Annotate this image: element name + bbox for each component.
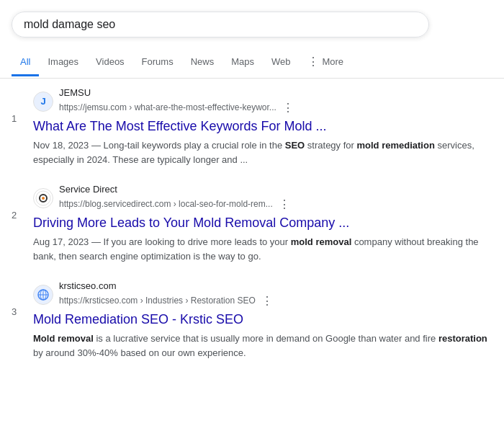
favicon-letter-1: J	[40, 96, 45, 107]
result-menu-1[interactable]: ⋮	[279, 99, 297, 116]
result-number-1: 1	[12, 113, 23, 124]
result-bold-mold-removal-2: mold removal	[291, 236, 352, 247]
servicedirect-favicon-svg	[35, 190, 51, 206]
favicon-3	[33, 285, 53, 305]
result-content-1: J JEMSU https://jemsu.com › what-are-the…	[33, 87, 492, 166]
result-snippet-separator-2: — If you are looking to drive more leads…	[91, 236, 291, 247]
result-snippet-1: Nov 18, 2023 — Long-tail keywords play a…	[33, 138, 492, 166]
result-content-3: krsticseo.com https://krsticseo.com › In…	[33, 280, 492, 360]
tab-maps[interactable]: Maps	[222, 49, 263, 76]
site-name-2: Service Direct	[59, 184, 293, 196]
tab-web[interactable]: Web	[263, 49, 300, 76]
result-title-3[interactable]: Mold Remediation SEO - Krstic SEO	[33, 311, 492, 329]
tab-forums[interactable]: Forums	[133, 49, 182, 76]
tab-news[interactable]: News	[182, 49, 223, 76]
result-date-1: Nov 18, 2023	[33, 140, 89, 151]
result-bold-mold-1: mold remediation	[356, 140, 434, 151]
site-name-url-3: krsticseo.com https://krsticseo.com › In…	[59, 280, 276, 309]
result-item-2: 2 Service Direct https://blog.servicedir…	[12, 184, 492, 263]
result-title-2[interactable]: Driving More Leads to Your Mold Removal …	[33, 214, 492, 232]
result-content-2: Service Direct https://blog.servicedirec…	[33, 184, 492, 263]
result-site-info-2: Service Direct https://blog.servicedirec…	[33, 184, 492, 213]
search-bar: mold damage seo	[12, 12, 429, 37]
favicon-2	[33, 188, 53, 208]
result-number-3: 3	[12, 306, 23, 317]
result-site-info-1: J JEMSU https://jemsu.com › what-are-the…	[33, 87, 492, 116]
result-snippet-3: Mold removal is a lucrative service that…	[33, 332, 492, 360]
krstic-favicon-svg	[35, 287, 51, 303]
result-bold-seo-1: SEO	[285, 140, 305, 151]
nav-tabs: All Images Videos Forums News Maps Web ⋮…	[0, 43, 504, 79]
tab-more[interactable]: ⋮ More	[299, 48, 352, 78]
url-row-2: https://blog.servicedirect.com › local-s…	[59, 196, 293, 213]
result-item-1: 1 J JEMSU https://jemsu.com › what-are-t…	[12, 87, 492, 166]
tab-all[interactable]: All	[12, 49, 39, 76]
tab-images[interactable]: Images	[39, 49, 87, 76]
result-item-3: 3 krsticseo.com https://krsticseo.com › …	[12, 280, 492, 360]
tab-more-label: More	[322, 56, 343, 67]
url-row-1: https://jemsu.com › what-are-the-most-ef…	[59, 99, 297, 116]
site-name-1: JEMSU	[59, 87, 297, 99]
favicon-1: J	[33, 92, 53, 112]
site-url-2: https://blog.servicedirect.com › local-s…	[59, 199, 273, 210]
svg-point-2	[42, 197, 45, 200]
result-snippet-separator-1: — Long-tail keywords play a crucial role…	[91, 140, 285, 151]
result-date-2: Aug 17, 2023	[33, 236, 89, 247]
search-bar-container: mold damage seo	[0, 0, 504, 37]
results-container: 1 J JEMSU https://jemsu.com › what-are-t…	[0, 79, 504, 386]
result-title-1[interactable]: What Are The Most Effective Keywords For…	[33, 117, 492, 135]
url-row-3: https://krsticseo.com › Industries › Res…	[59, 293, 276, 309]
result-bold-restoration-3: restoration	[438, 333, 487, 344]
site-url-1: https://jemsu.com › what-are-the-most-ef…	[59, 102, 276, 114]
site-name-url-2: Service Direct https://blog.servicedirec…	[59, 184, 293, 213]
result-snippet-text-3b: by around 30%-40% based on our own exper…	[33, 347, 246, 358]
result-snippet-text-3a: is a lucrative service that is usually m…	[94, 333, 438, 344]
result-menu-3[interactable]: ⋮	[258, 293, 276, 309]
tab-videos[interactable]: Videos	[87, 49, 133, 76]
site-url-3: https://krsticseo.com › Industries › Res…	[59, 296, 256, 307]
result-site-info-3: krsticseo.com https://krsticseo.com › In…	[33, 280, 492, 309]
more-dots-icon: ⋮	[307, 55, 319, 68]
result-bold-mold-removal-3: Mold removal	[33, 333, 94, 344]
result-snippet-text-1: strategy for	[305, 140, 356, 151]
result-number-2: 2	[12, 210, 23, 221]
result-menu-2[interactable]: ⋮	[276, 196, 293, 213]
site-name-url-1: JEMSU https://jemsu.com › what-are-the-m…	[59, 87, 297, 116]
result-snippet-2: Aug 17, 2023 — If you are looking to dri…	[33, 235, 492, 263]
site-name-3: krsticseo.com	[59, 280, 276, 293]
search-input[interactable]: mold damage seo	[24, 18, 417, 31]
